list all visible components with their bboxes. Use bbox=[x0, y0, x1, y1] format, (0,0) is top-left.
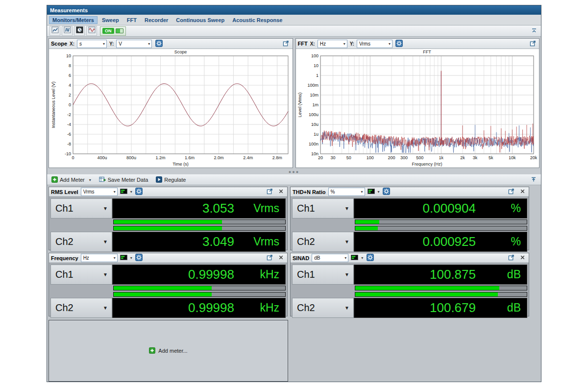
scope-chart-svg: 0400u800u1.2m1.6m2.0m2.4m2.8m1086420-2-4… bbox=[49, 49, 292, 168]
meter-header: RMS Level Vrms▾ ▾ bbox=[49, 187, 287, 197]
popout-icon bbox=[508, 254, 514, 262]
channel-select-ch2[interactable]: Ch2▼ bbox=[50, 232, 112, 252]
generator-button[interactable] bbox=[62, 26, 73, 36]
chevron-down-icon: ▼ bbox=[103, 239, 108, 244]
popout-icon bbox=[530, 40, 536, 48]
fft-y-units-select[interactable]: Vrms▾ bbox=[357, 40, 392, 48]
channel-select-ch1[interactable]: Ch1▼ bbox=[50, 198, 112, 218]
settings-button[interactable] bbox=[135, 188, 144, 196]
gear-icon bbox=[367, 254, 374, 262]
panel-splitter[interactable]: ●●● bbox=[47, 170, 541, 174]
monitor-button[interactable] bbox=[86, 26, 97, 36]
settings-button[interactable] bbox=[366, 254, 374, 262]
scope-popout-button[interactable] bbox=[282, 40, 291, 48]
scope-y-units-select[interactable]: V▾ bbox=[116, 40, 152, 48]
channel-select-ch2[interactable]: Ch2▼ bbox=[292, 298, 354, 318]
svg-text:2.0m: 2.0m bbox=[214, 155, 223, 160]
channel-select-ch1[interactable]: Ch1▼ bbox=[292, 265, 354, 285]
svg-text:1.2m: 1.2m bbox=[155, 155, 165, 160]
level-bar-ch1 bbox=[355, 286, 527, 290]
close-button[interactable] bbox=[518, 188, 527, 196]
unit-select[interactable]: Vrms▾ bbox=[81, 188, 118, 196]
selected-y-unit: Vrms bbox=[359, 41, 370, 47]
chart-layout-button[interactable] bbox=[49, 26, 60, 36]
unit-select[interactable]: dB▾ bbox=[312, 254, 348, 262]
dock-button[interactable] bbox=[529, 176, 538, 184]
popout-icon bbox=[267, 254, 273, 262]
close-button[interactable] bbox=[518, 254, 527, 262]
channel-select-ch1[interactable]: Ch1▼ bbox=[292, 198, 354, 218]
chevron-down-icon: ▼ bbox=[344, 272, 349, 277]
tabstrip: Monitors/Meters Sweep FFT Recorder Conti… bbox=[47, 15, 541, 25]
fft-chart[interactable]: 2030501002003005001k2k3k5k10k20k10010110… bbox=[296, 49, 539, 168]
scope-chart[interactable]: 0400u800u1.2m1.6m2.0m2.4m2.8m1086420-2-4… bbox=[49, 49, 293, 168]
clock-button[interactable] bbox=[74, 26, 85, 36]
level-bars bbox=[113, 286, 286, 297]
meter-value: 3.053 bbox=[113, 201, 234, 216]
settings-button[interactable] bbox=[135, 254, 144, 262]
scope-x-units-select[interactable]: s▾ bbox=[77, 40, 107, 48]
meter-display-icon bbox=[351, 255, 358, 261]
svg-text:Instantaneous Level (V): Instantaneous Level (V) bbox=[51, 81, 56, 128]
svg-text:10: 10 bbox=[66, 53, 71, 58]
settings-button[interactable] bbox=[382, 188, 391, 196]
popout-button[interactable] bbox=[507, 254, 515, 262]
tab-acoustic-response[interactable]: Acoustic Response bbox=[229, 16, 286, 24]
channel-select-ch1[interactable]: Ch1▼ bbox=[50, 265, 112, 285]
svg-text:100u: 100u bbox=[309, 112, 318, 117]
titlebar[interactable]: Measurements bbox=[47, 5, 541, 15]
square-wave-icon bbox=[64, 26, 71, 35]
tab-sweep[interactable]: Sweep bbox=[98, 16, 122, 24]
meter-body: Ch1▼ 3.053 Vrms Ch2▼ 3.049 bbox=[49, 197, 287, 253]
tab-recorder[interactable]: Recorder bbox=[141, 16, 172, 24]
display-mode-select[interactable]: ▾ bbox=[351, 254, 363, 262]
close-button[interactable] bbox=[276, 254, 285, 262]
channel-name: Ch2 bbox=[297, 302, 315, 314]
gear-icon bbox=[155, 40, 163, 48]
svg-text:FFT: FFT bbox=[423, 49, 432, 54]
svg-text:30: 30 bbox=[331, 155, 336, 160]
meter-value: 100.679 bbox=[354, 300, 476, 315]
add-meter-button[interactable]: Add Meter ▾ bbox=[50, 176, 93, 184]
fft-x-units-select[interactable]: Hz▾ bbox=[318, 40, 347, 48]
output-on-toggle[interactable]: ON bbox=[100, 26, 126, 36]
selected-x-unit: s bbox=[79, 41, 82, 47]
tab-continuous-sweep[interactable]: Continuous Sweep bbox=[172, 16, 228, 24]
svg-text:2: 2 bbox=[69, 93, 71, 97]
popout-button[interactable] bbox=[507, 188, 515, 196]
y-axis-label: Y: bbox=[350, 41, 354, 47]
tab-monitors-meters[interactable]: Monitors/Meters bbox=[49, 16, 98, 24]
collapse-icon bbox=[531, 26, 537, 35]
channel-select-ch2[interactable]: Ch2▼ bbox=[50, 298, 112, 318]
meter-unit: % bbox=[476, 235, 521, 248]
selected-unit: Hz bbox=[83, 255, 89, 261]
close-button[interactable] bbox=[276, 188, 285, 196]
svg-text:0: 0 bbox=[69, 102, 71, 107]
meter-title: SINAD bbox=[293, 255, 309, 261]
svg-text:8: 8 bbox=[69, 63, 71, 68]
display-mode-select[interactable]: ▾ bbox=[120, 254, 132, 262]
unit-select[interactable]: %▾ bbox=[328, 188, 365, 196]
svg-text:200: 200 bbox=[388, 155, 395, 160]
display-mode-select[interactable]: ▾ bbox=[368, 188, 380, 196]
popout-button[interactable] bbox=[265, 254, 274, 262]
meter-unit: Vrms bbox=[234, 235, 279, 248]
unit-select[interactable]: Hz▾ bbox=[81, 254, 118, 262]
popout-button[interactable] bbox=[265, 188, 274, 196]
chevron-down-icon: ▼ bbox=[103, 206, 108, 211]
scope-settings-button[interactable] bbox=[154, 40, 163, 48]
regulate-button[interactable]: Regulate bbox=[154, 176, 187, 184]
gear-icon bbox=[383, 188, 390, 196]
save-meter-data-button[interactable]: Save Meter Data bbox=[98, 176, 150, 184]
display-mode-select[interactable]: ▾ bbox=[120, 188, 132, 196]
panel-title: FFT bbox=[298, 41, 308, 47]
add-meter-placeholder[interactable]: Add meter... bbox=[49, 320, 288, 382]
meter-unit: kHz bbox=[234, 268, 279, 281]
collapse-toolbar-button[interactable] bbox=[530, 27, 539, 35]
fft-settings-button[interactable] bbox=[395, 40, 404, 48]
popout-icon bbox=[283, 40, 289, 48]
tab-fft[interactable]: FFT bbox=[123, 16, 140, 24]
fft-popout-button[interactable] bbox=[528, 40, 537, 48]
channel-select-ch2[interactable]: Ch2▼ bbox=[292, 232, 354, 252]
selected-unit: Vrms bbox=[83, 189, 95, 194]
